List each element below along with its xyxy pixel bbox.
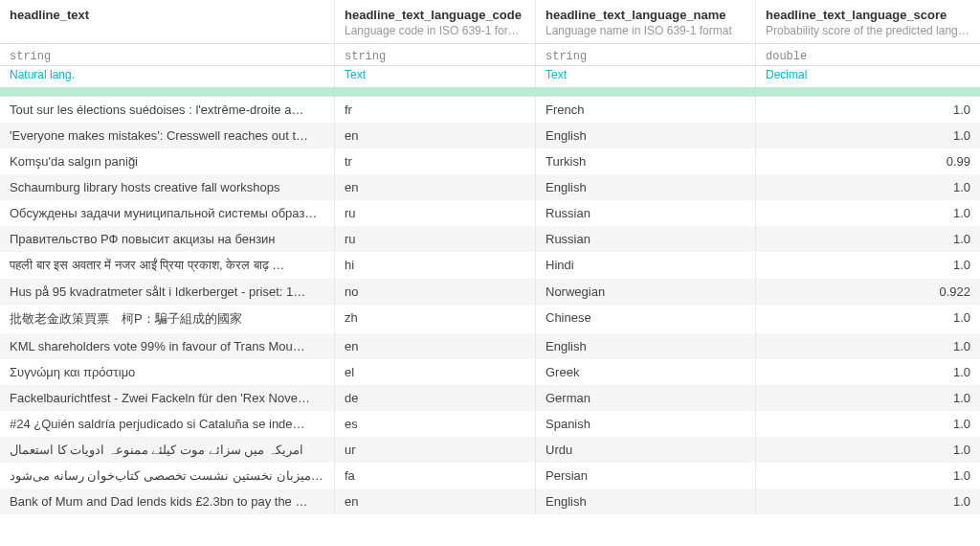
table-row[interactable]: 'Everyone makes mistakes': Cresswell rea… [0, 123, 980, 148]
cell-headline_text: Fackelbaurichtfest - Zwei Fackeln für de… [0, 385, 335, 411]
column-semantic[interactable]: Decimal [756, 66, 980, 87]
cell-headline_text: امریکہ میں سزائے موت کیلئے ممنوعہ ادویات… [0, 437, 335, 463]
column-type: string [536, 44, 756, 65]
table-row[interactable]: Bank of Mum and Dad lends kids £2.3bn to… [0, 489, 980, 514]
cell-headline_text: Συγνώμη και πρόστιμο [0, 359, 335, 385]
table-row[interactable]: Обсуждены задачи муниципальной системы о… [0, 200, 980, 226]
cell-headline_text_language_name: Persian [536, 463, 756, 489]
column-header-headline_text[interactable]: headline_text [0, 0, 335, 43]
table-row[interactable]: Правительство РФ повысит акцизы на бензи… [0, 226, 980, 252]
cell-headline_text_language_name: Russian [536, 200, 756, 226]
column-semantic[interactable]: Text [335, 66, 536, 87]
cell-headline_text_language_name: French [536, 97, 756, 123]
table-row[interactable]: KML shareholders vote 99% in favour of T… [0, 333, 980, 359]
cell-headline_text: Обсуждены задачи муниципальной системы о… [0, 200, 335, 226]
cell-headline_text: Schaumburg library hosts creative fall w… [0, 174, 335, 200]
data-table: headline_text headline_text_language_cod… [0, 0, 980, 514]
cell-headline_text_language_score: 1.0 [756, 97, 980, 123]
column-header-headline_text_language_code[interactable]: headline_text_language_codeLanguage code… [335, 0, 536, 43]
cell-headline_text_language_name: English [536, 123, 756, 148]
cell-headline_text_language_name: Russian [536, 226, 756, 252]
table-row[interactable]: Schaumburg library hosts creative fall w… [0, 174, 980, 200]
table-row[interactable]: Hus på 95 kvadratmeter sålt i Idkerberge… [0, 279, 980, 305]
cell-headline_text_language_name: English [536, 333, 756, 359]
cell-headline_text_language_code: tr [335, 148, 536, 174]
cell-headline_text: Komşu'da salgın paniği [0, 148, 335, 174]
cell-headline_text_language_name: Norwegian [536, 279, 756, 305]
table-header-row: headline_text headline_text_language_cod… [0, 0, 980, 44]
cell-headline_text_language_name: Spanish [536, 411, 756, 437]
column-description: Language name in ISO 639-1 format [546, 24, 746, 37]
table-semantic-row: Natural lang.TextTextDecimal [0, 66, 980, 87]
table-type-row: stringstringstringdouble [0, 44, 980, 66]
cell-headline_text_language_score: 1.0 [756, 411, 980, 437]
cell-headline_text_language_score: 0.99 [756, 148, 980, 174]
cell-headline_text_language_name: German [536, 385, 756, 411]
column-name: headline_text_language_name [546, 8, 746, 22]
cell-headline_text_language_name: English [536, 489, 756, 514]
cell-headline_text_language_name: Hindi [536, 252, 756, 279]
cell-headline_text_language_name: Chinese [536, 305, 756, 333]
column-semantic[interactable]: Text [536, 66, 756, 87]
column-description: Language code in ISO 639-1 format [345, 24, 525, 37]
cell-headline_text_language_score: 1.0 [756, 226, 980, 252]
column-type: string [335, 44, 536, 65]
cell-headline_text_language_code: en [335, 489, 536, 514]
cell-headline_text_language_code: ru [335, 200, 536, 226]
cell-headline_text: راز میزبان نخستین نشست تخصصی کتاب‌خوان ر… [0, 463, 335, 489]
table-row[interactable]: Komşu'da salgın paniğitrTurkish0.99 [0, 148, 980, 174]
cell-headline_text: 批敬老金政策買票 柯P：騙子組成的國家 [0, 305, 335, 333]
cell-headline_text: #24 ¿Quién saldría perjudicado si Catalu… [0, 411, 335, 437]
cell-headline_text_language_score: 1.0 [756, 437, 980, 463]
cell-headline_text_language_score: 1.0 [756, 359, 980, 385]
cell-headline_text_language_score: 1.0 [756, 252, 980, 279]
table-row[interactable]: पहली बार इस अवतार में नजर आईं प्रिया प्र… [0, 252, 980, 279]
cell-headline_text_language_score: 1.0 [756, 489, 980, 514]
cell-headline_text_language_code: es [335, 411, 536, 437]
table-row[interactable]: #24 ¿Quién saldría perjudicado si Catalu… [0, 411, 980, 437]
column-header-headline_text_language_name[interactable]: headline_text_language_nameLanguage name… [536, 0, 756, 43]
cell-headline_text_language_code: el [335, 359, 536, 385]
table-row[interactable]: امریکہ میں سزائے موت کیلئے ممنوعہ ادویات… [0, 437, 980, 463]
cell-headline_text: 'Everyone makes mistakes': Cresswell rea… [0, 123, 335, 148]
cell-headline_text: Tout sur les élections suédoises : l'ext… [0, 97, 335, 123]
table-body: Tout sur les élections suédoises : l'ext… [0, 97, 980, 514]
cell-headline_text_language_code: zh [335, 305, 536, 333]
cell-headline_text_language_code: no [335, 279, 536, 305]
column-type: double [756, 44, 980, 65]
cell-headline_text_language_code: en [335, 123, 536, 148]
column-header-headline_text_language_score[interactable]: headline_text_language_scoreProbability … [756, 0, 980, 43]
table-row[interactable]: راز میزبان نخستین نشست تخصصی کتاب‌خوان ر… [0, 463, 980, 489]
cell-headline_text_language_code: fr [335, 97, 536, 123]
cell-headline_text_language_code: ur [335, 437, 536, 463]
cell-headline_text_language_score: 1.0 [756, 333, 980, 359]
column-name: headline_text_language_code [345, 8, 525, 22]
cell-headline_text_language_score: 1.0 [756, 385, 980, 411]
cell-headline_text_language_score: 1.0 [756, 305, 980, 333]
cell-headline_text_language_name: English [536, 174, 756, 200]
cell-headline_text: पहली बार इस अवतार में नजर आईं प्रिया प्र… [0, 252, 335, 279]
cell-headline_text_language_score: 0.922 [756, 279, 980, 305]
column-description: Probability score of the predicted langu… [766, 24, 970, 37]
table-row[interactable]: Fackelbaurichtfest - Zwei Fackeln für de… [0, 385, 980, 411]
cell-headline_text_language_code: fa [335, 463, 536, 489]
cell-headline_text_language_score: 1.0 [756, 200, 980, 226]
cell-headline_text_language_name: Turkish [536, 148, 756, 174]
table-row[interactable]: Συγνώμη και πρόστιμοelGreek1.0 [0, 359, 980, 385]
cell-headline_text_language_code: hi [335, 252, 536, 279]
cell-headline_text: KML shareholders vote 99% in favour of T… [0, 333, 335, 359]
cell-headline_text_language_code: de [335, 385, 536, 411]
column-semantic[interactable]: Natural lang. [0, 66, 335, 87]
separator-bar [0, 87, 980, 97]
table-row[interactable]: 批敬老金政策買票 柯P：騙子組成的國家zhChinese1.0 [0, 305, 980, 333]
cell-headline_text_language_code: en [335, 333, 536, 359]
cell-headline_text: Правительство РФ повысит акцизы на бензи… [0, 226, 335, 252]
table-row[interactable]: Tout sur les élections suédoises : l'ext… [0, 97, 980, 123]
cell-headline_text: Hus på 95 kvadratmeter sålt i Idkerberge… [0, 279, 335, 305]
cell-headline_text_language_score: 1.0 [756, 123, 980, 148]
cell-headline_text_language_score: 1.0 [756, 463, 980, 489]
column-type: string [0, 44, 335, 65]
cell-headline_text_language_score: 1.0 [756, 174, 980, 200]
column-name: headline_text [10, 8, 324, 22]
column-description [10, 24, 324, 37]
